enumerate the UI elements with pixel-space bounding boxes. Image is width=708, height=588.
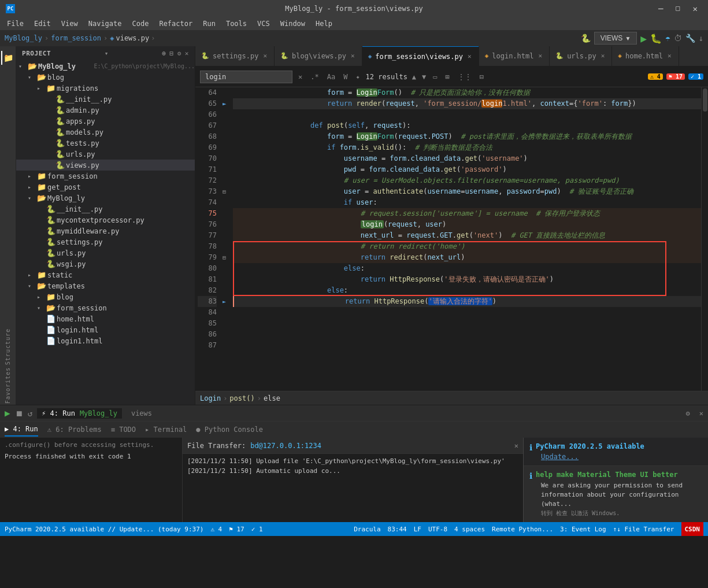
tree-blog[interactable]: ▾ 📂 blog [16, 72, 195, 83]
code-line-86[interactable] [233, 329, 701, 340]
run-tab-active[interactable]: ⚡ 4: Run MyBlog_ly [37, 408, 122, 419]
tree-templates[interactable]: ▾ 📂 templates [16, 280, 195, 291]
tab-python-console[interactable]: ● Python Console [196, 423, 263, 436]
tree-static[interactable]: ▸ 📁 static [16, 269, 195, 280]
menu-navigate[interactable]: Navigate [84, 19, 127, 29]
tree-mymiddleware[interactable]: 🐍 mymiddleware.py [16, 225, 195, 236]
profile-btn[interactable]: ⏱ [674, 34, 682, 43]
menu-window[interactable]: Window [276, 19, 310, 29]
run-stop-icon[interactable]: ⏹ [15, 409, 23, 418]
status-indent[interactable]: 4 spaces [454, 526, 485, 533]
search-options-btn[interactable]: ⋮⋮ [455, 72, 474, 82]
bc-login[interactable]: Login [200, 394, 221, 402]
code-line-85[interactable] [233, 318, 701, 329]
tab-home-html[interactable]: ◈ home.html ✕ [612, 46, 679, 66]
status-file-transfer[interactable]: ↑↓ File Transfer [613, 526, 674, 533]
tab-login-html[interactable]: ◈ login.html ✕ [479, 46, 550, 66]
tree-get-post[interactable]: ▸ 📁 get_post [16, 182, 195, 193]
tree-wsgi[interactable]: 🐍 wsgi.py [16, 258, 195, 269]
status-branch[interactable]: Dracula [354, 526, 380, 533]
tree-root[interactable]: ▾ 📂 MyBlog_ly E:\C_python\project\MyBlog… [16, 61, 195, 72]
tab-close-urls[interactable]: ✕ [600, 52, 606, 60]
tree-login1-html[interactable]: 📄 login1.html [16, 335, 195, 346]
tab-form-session-views[interactable]: ◈ form_session\views.py ✕ [362, 46, 479, 66]
tree-blog-init[interactable]: ▸ 🐍 __init__.py [16, 94, 195, 105]
bc-else[interactable]: else [264, 394, 280, 402]
run-rerun-icon[interactable]: ↺ [28, 409, 32, 418]
close-btn[interactable]: ✕ [688, 3, 702, 14]
tree-form-session[interactable]: ▸ 📁 form_session [16, 171, 195, 182]
search-clear-btn[interactable]: ✕ [296, 72, 305, 82]
close-sidebar-icon[interactable]: ✕ [185, 50, 189, 57]
git-update-btn[interactable]: ↓ [699, 34, 703, 43]
code-lines[interactable]: form = LoginForm() # 只是把页面渲染给你，没有任何数据 re… [233, 87, 701, 391]
tree-models[interactable]: ▸ 🐍 models.py [16, 127, 195, 138]
tab-close-form-session[interactable]: ✕ [466, 53, 473, 60]
tab-problems[interactable]: ⚠ 6: Problems [47, 423, 102, 436]
code-line-87[interactable] [233, 340, 701, 351]
tree-tmpl-blog[interactable]: ▸ 📁 blog [16, 291, 195, 302]
code-line-83[interactable]: return HttpResponse('请输入合法的字符') [233, 296, 701, 307]
search-filter-btn[interactable]: ⊟ [477, 72, 486, 82]
add-icon[interactable]: ⊕ [162, 50, 166, 57]
tools-btn[interactable]: 🔧 [685, 34, 695, 43]
tab-settings[interactable]: 🐍 settings.py ✕ [195, 46, 275, 66]
status-event-log[interactable]: 3: Event Log [560, 526, 606, 533]
search-next-btn[interactable]: ▼ [421, 72, 427, 82]
tab-close-home-html[interactable]: ✕ [666, 52, 673, 60]
tab-close-blog-views[interactable]: ✕ [350, 52, 356, 60]
breadcrumb-folder[interactable]: form_session [51, 34, 101, 42]
tree-login-html[interactable]: 📄 login.html [16, 324, 195, 335]
search-input[interactable] [200, 71, 292, 83]
menu-refactor[interactable]: Refactor [154, 19, 197, 29]
tab-urls[interactable]: 🐍 urls.py ✕ [550, 46, 612, 66]
run-close-btn[interactable]: ✕ [699, 409, 703, 417]
tab-run[interactable]: ▶ 4: Run [5, 423, 38, 437]
minimize-btn[interactable]: ─ [654, 3, 668, 14]
tree-mycontext[interactable]: 🐍 mycontextprocessor.py [16, 215, 195, 225]
status-interpreter[interactable]: Remote Python... [492, 526, 553, 533]
status-line-ending[interactable]: LF [414, 526, 421, 533]
search-pin-btn[interactable]: ✦ [353, 72, 362, 82]
run-play-icon[interactable]: ▶ [5, 408, 10, 419]
tab-todo[interactable]: ≡ TODO [111, 423, 136, 436]
scrollbar-vertical[interactable] [701, 87, 708, 391]
bc-post[interactable]: post() [229, 394, 254, 402]
views-dropdown[interactable]: VIEWS ▼ [594, 32, 637, 45]
run-settings-btn[interactable]: ⚙ [686, 409, 690, 417]
tree-apps[interactable]: ▸ 🐍 apps.py [16, 116, 195, 127]
csdn-badge[interactable]: CSDN [681, 522, 704, 536]
structure-icon[interactable]: Structure [0, 330, 16, 364]
search-word-btn[interactable]: W [341, 72, 350, 82]
tree-admin[interactable]: ▸ 🐍 admin.py [16, 105, 195, 116]
breadcrumb-root[interactable]: MyBlog_ly [5, 34, 42, 42]
tree-tests[interactable]: ▸ 🐍 tests.py [16, 138, 195, 149]
project-icon[interactable]: 📁 [1, 51, 15, 65]
search-prev-btn[interactable]: ▲ [411, 72, 417, 82]
menu-view[interactable]: View [57, 19, 83, 29]
menu-edit[interactable]: Edit [29, 19, 55, 29]
tab-close-login-html[interactable]: ✕ [538, 52, 544, 60]
menu-run[interactable]: Run [198, 19, 220, 29]
status-encoding[interactable]: UTF-8 [428, 526, 447, 533]
coverage-btn[interactable]: ☂ [665, 34, 670, 43]
code-line-65[interactable]: return render(request, 'form_session/log… [233, 98, 701, 109]
menu-vcs[interactable]: VCS [253, 19, 275, 29]
run-tab-views[interactable]: views [127, 408, 157, 419]
tree-tmpl-form-session[interactable]: ▾ 📂 form_session [16, 302, 195, 313]
search-multiline-btn[interactable]: ⊞ [443, 72, 452, 82]
tree-blog-urls[interactable]: ▸ 🐍 urls.py [16, 149, 195, 160]
code-line-84[interactable] [233, 307, 701, 318]
search-in-selection-btn[interactable]: ▭ [431, 72, 439, 82]
run-btn[interactable]: ▶ [640, 32, 647, 45]
tab-terminal[interactable]: ▸ Terminal [145, 423, 187, 436]
maximize-btn[interactable]: □ [671, 3, 684, 14]
status-line-col[interactable]: 83:44 [388, 526, 407, 533]
search-regex-btn[interactable]: .* [308, 72, 321, 82]
scrollbar-thumb[interactable] [703, 88, 707, 112]
settings-icon[interactable]: ⚙ [177, 50, 181, 57]
tree-myblog-sub[interactable]: ▾ 📂 MyBlog_ly [16, 193, 195, 204]
tab-blog-views[interactable]: 🐍 blog\views.py ✕ [275, 46, 362, 66]
favorites-icon[interactable]: Favorites [1, 371, 15, 400]
tree-urls[interactable]: 🐍 urls.py [16, 247, 195, 258]
